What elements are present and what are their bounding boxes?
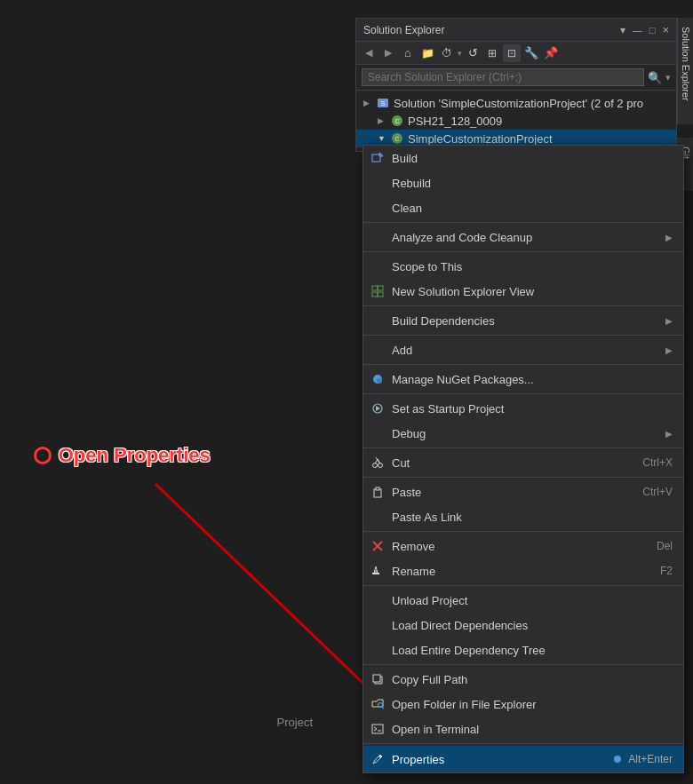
properties-label: Properties (392, 753, 614, 766)
menu-clean[interactable]: Clean (363, 195, 683, 220)
menu-build[interactable]: Build (363, 146, 683, 170)
search-icon[interactable]: 🔍 (648, 71, 662, 84)
proj2-icon: C (390, 131, 404, 146)
remove-label: Remove (392, 540, 657, 553)
menu-build-dep[interactable]: Build Dependencies ▶ (363, 308, 683, 333)
svg-rect-29 (373, 675, 380, 682)
project-label: Project (277, 716, 313, 729)
unload-label: Unload Project (392, 594, 673, 607)
paste-shortcut: Ctrl+V (642, 486, 673, 498)
svg-rect-12 (372, 292, 378, 297)
search-options-icon[interactable]: ▾ (665, 72, 671, 83)
annotation-container: Open Properties (34, 444, 211, 467)
refresh-btn[interactable]: ↺ (464, 44, 482, 62)
terminal-icon (369, 720, 386, 738)
startup-label: Set as Startup Project (392, 402, 673, 416)
menu-load-entire[interactable]: Load Entire Dependency Tree (363, 637, 683, 662)
menu-rebuild[interactable]: Rebuild (363, 170, 683, 195)
minimize-icon[interactable]: — (633, 25, 642, 36)
project1-label: PSH21_128_0009 (408, 115, 502, 128)
menu-add[interactable]: Add ▶ (363, 337, 683, 362)
se-search-bar: 🔍 ▾ (356, 65, 676, 91)
menu-cut[interactable]: Cut Ctrl+X (363, 450, 683, 475)
nuget-label: Manage NuGet Packages... (392, 373, 673, 386)
sep6 (363, 393, 683, 394)
menu-load-direct[interactable]: Load Direct Dependencies (363, 613, 683, 637)
svg-point-15 (377, 378, 382, 384)
load-entire-spacer (369, 641, 386, 659)
cut-icon (369, 454, 386, 471)
restore-icon[interactable]: □ (649, 25, 656, 36)
menu-copy-path[interactable]: Copy Full Path (363, 667, 683, 692)
svg-rect-13 (378, 292, 383, 297)
menu-scope[interactable]: Scope to This (363, 254, 683, 279)
layout1-btn[interactable]: ⊞ (483, 44, 501, 62)
context-menu: Build Rebuild Clean Analyze and Code Cle… (362, 145, 684, 773)
properties-shortcut: Alt+Enter (628, 753, 673, 765)
scope-spacer (369, 257, 386, 275)
paste-link-spacer (369, 508, 386, 526)
menu-paste[interactable]: Paste Ctrl+V (363, 479, 683, 504)
new-view-label: New Solution Explorer View (392, 285, 673, 298)
svg-text:C: C (394, 136, 399, 142)
menu-paste-link[interactable]: Paste As Link (363, 504, 683, 529)
debug-label: Debug (392, 427, 665, 440)
title-controls: ▾ — □ × (620, 23, 669, 36)
menu-open-terminal[interactable]: Open in Terminal (363, 717, 683, 741)
folder-btn[interactable]: 📁 (418, 44, 436, 62)
sep3 (363, 305, 683, 306)
unload-spacer (369, 591, 386, 609)
rename-label: Rename (392, 565, 660, 578)
solution-node[interactable]: ▶ S Solution 'SimpleCustomizationProject… (356, 94, 676, 112)
dropdown-arrow[interactable]: ▾ (458, 49, 462, 58)
debug-spacer (369, 424, 386, 442)
menu-rename[interactable]: Rename F2 (363, 558, 683, 583)
solution-explorer-panel: Solution Explorer ▾ — □ × ◀ ▶ ⌂ 📁 ⏱ ▾ ↺ … (355, 18, 677, 152)
nuget-icon (369, 370, 386, 388)
paste-link-label: Paste As Link (392, 511, 673, 524)
back-btn[interactable]: ◀ (360, 44, 378, 62)
clean-label: Clean (392, 202, 673, 215)
menu-startup[interactable]: Set as Startup Project (363, 396, 683, 421)
forward-btn[interactable]: ▶ (379, 44, 397, 62)
add-spacer (369, 341, 386, 359)
paste-icon (369, 483, 386, 501)
se-vertical-tab[interactable]: Solution Explorer (677, 18, 693, 124)
svg-text:C: C (394, 118, 399, 124)
build-dep-label: Build Dependencies (392, 314, 665, 328)
rename-shortcut: F2 (660, 565, 673, 577)
menu-debug[interactable]: Debug ▶ (363, 421, 683, 446)
menu-analyze[interactable]: Analyze and Code Cleanup ▶ (363, 225, 683, 249)
sep4 (363, 335, 683, 336)
analyze-label: Analyze and Code Cleanup (392, 231, 665, 244)
build-label: Build (392, 152, 673, 165)
menu-new-se-view[interactable]: New Solution Explorer View (363, 279, 683, 304)
se-toolbar: ◀ ▶ ⌂ 📁 ⏱ ▾ ↺ ⊞ ⊡ 🔧 📌 (356, 42, 676, 65)
project1-node[interactable]: ▶ C PSH21_128_0009 (356, 112, 676, 130)
menu-unload[interactable]: Unload Project (363, 588, 683, 613)
menu-remove[interactable]: Remove Del (363, 534, 683, 558)
svg-rect-31 (372, 725, 383, 733)
load-direct-label: Load Direct Dependencies (392, 619, 673, 632)
scope-label: Scope to This (392, 260, 673, 273)
pin-icon[interactable]: ▾ (620, 24, 625, 36)
menu-properties[interactable]: Properties Alt+Enter (363, 746, 683, 772)
sep11 (363, 664, 683, 665)
properties-indicator (614, 756, 621, 763)
solution-label: Solution 'SimpleCustomizationProject' (2… (394, 97, 643, 110)
copy-path-icon (369, 670, 386, 688)
svg-point-33 (379, 756, 382, 758)
menu-open-folder[interactable]: Open Folder in File Explorer (363, 692, 683, 717)
search-input[interactable] (362, 68, 644, 86)
pin-btn[interactable]: 📌 (542, 44, 560, 62)
build-dep-spacer (369, 312, 386, 329)
close-icon[interactable]: × (662, 23, 669, 36)
layout2-btn[interactable]: ⊡ (503, 44, 521, 62)
settings-btn[interactable]: 🔧 (522, 44, 540, 62)
startup-icon (369, 400, 386, 417)
home-btn[interactable]: ⌂ (399, 44, 417, 62)
time-btn[interactable]: ⏱ (438, 44, 456, 62)
project2-label: SimpleCustomizationProject (408, 132, 553, 146)
menu-nuget[interactable]: Manage NuGet Packages... (363, 367, 683, 392)
sep5 (363, 364, 683, 365)
